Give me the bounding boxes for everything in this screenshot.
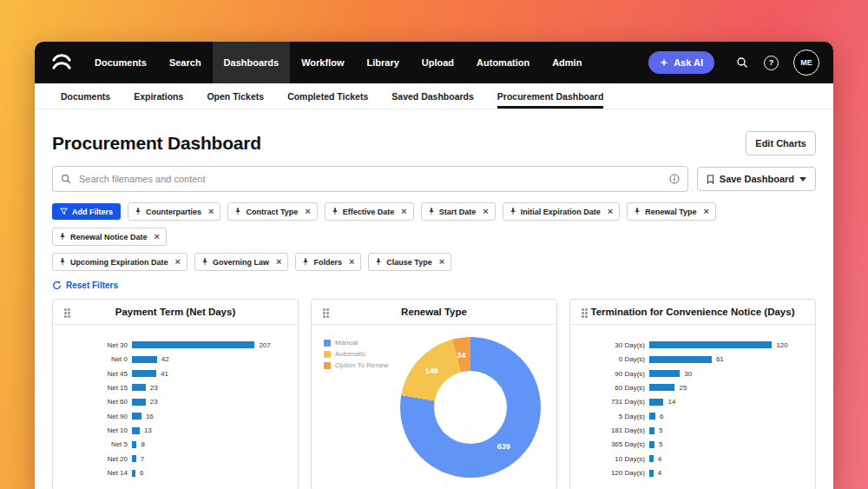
search-input[interactable] [77, 173, 663, 185]
bar[interactable] [649, 441, 654, 448]
nav-item-upload[interactable]: Upload [411, 42, 465, 83]
drag-handle-icon[interactable] [62, 307, 69, 312]
nav-item-search[interactable]: Search [158, 42, 213, 83]
bar[interactable] [649, 384, 674, 391]
nav-item-automation[interactable]: Automation [465, 42, 541, 83]
close-icon[interactable]: × [439, 257, 444, 267]
donut-ring[interactable] [400, 337, 541, 478]
bar-category-label: Net 15 [60, 384, 128, 392]
add-filters-button[interactable]: Add Filters [52, 203, 121, 220]
filter-chip-initial-expiration-date[interactable]: Initial Expiration Date× [503, 202, 620, 221]
close-icon[interactable]: × [305, 207, 310, 216]
bar[interactable] [132, 470, 135, 477]
bar[interactable] [132, 384, 146, 391]
legend-swatch [324, 362, 331, 369]
bar-track: 16 [132, 413, 287, 420]
bar-value-label: 42 [161, 355, 169, 363]
bar[interactable] [132, 455, 136, 462]
avatar[interactable]: ME [793, 50, 819, 76]
filter-chip-folders[interactable]: Folders× [295, 253, 361, 271]
tab-completed-tickets[interactable]: Completed Tickets [287, 83, 368, 109]
bar[interactable] [649, 399, 663, 406]
filter-chip-contract-type[interactable]: Contract Type× [227, 202, 317, 221]
edit-charts-button[interactable]: Edit Charts [746, 131, 816, 155]
bar[interactable] [649, 455, 654, 462]
bar[interactable] [649, 413, 655, 420]
bar-category-label: Net 10 [60, 426, 128, 434]
bar[interactable] [649, 356, 712, 363]
close-icon[interactable]: × [276, 257, 281, 267]
bar-value-label: 5 [659, 440, 662, 448]
bar-track: 6 [649, 413, 805, 420]
close-icon[interactable]: × [704, 207, 709, 216]
bar[interactable] [649, 427, 654, 434]
bar[interactable] [649, 470, 654, 477]
bar[interactable] [649, 370, 680, 377]
filter-chip-effective-date[interactable]: Effective Date× [325, 202, 414, 221]
close-icon[interactable]: × [208, 207, 214, 216]
filter-row-1: Add Filters Counterparties×Contract Type… [52, 202, 816, 246]
tab-saved-dashboards[interactable]: Saved Dashboards [391, 83, 474, 109]
info-icon[interactable] [669, 174, 680, 184]
tab-procurement-dashboard[interactable]: Procurement Dashboard [497, 83, 604, 109]
close-icon[interactable]: × [401, 207, 406, 216]
filter-chip-label: Governing Law [213, 258, 269, 267]
bar[interactable] [649, 341, 772, 348]
nav-item-documents[interactable]: Documents [83, 42, 158, 83]
bookmark-icon [707, 175, 714, 184]
ask-ai-button[interactable]: Ask AI [648, 51, 714, 74]
filter-chip-upcoming-expiration-date[interactable]: Upcoming Expiration Date× [52, 253, 187, 271]
reset-filters-link[interactable]: Reset Filters [52, 281, 118, 290]
brand-logo-icon[interactable] [49, 51, 75, 74]
bar-category-label: 90 Day(s) [577, 370, 645, 378]
bar[interactable] [132, 413, 141, 420]
nav-item-admin[interactable]: Admin [541, 42, 593, 83]
legend-item-option-to-renew[interactable]: Option To Renew [324, 361, 388, 369]
bar-track: 30 [649, 370, 805, 378]
bar-row: Net 58 [60, 438, 287, 452]
filter-chip-renewal-notice-date[interactable]: Renewal Notice Date× [52, 228, 167, 246]
nav-item-library[interactable]: Library [355, 42, 410, 83]
bar[interactable] [132, 341, 254, 348]
page-title: Procurement Dashboard [52, 133, 261, 154]
drag-handle-icon[interactable] [579, 307, 587, 312]
bar-track: 120 [649, 341, 805, 349]
drag-handle-icon[interactable] [320, 307, 328, 312]
reset-icon [52, 281, 62, 290]
bar[interactable] [132, 441, 136, 448]
tab-expirations[interactable]: Expirations [134, 83, 183, 109]
dashboard-tabbar: DocumentsExpirationsOpen TicketsComplete… [35, 83, 833, 109]
tab-open-tickets[interactable]: Open Tickets [207, 83, 264, 109]
close-icon[interactable]: × [608, 207, 613, 216]
pin-icon [634, 208, 641, 215]
filter-chip-clause-type[interactable]: Clause Type× [368, 253, 451, 271]
bar[interactable] [132, 427, 140, 434]
renewal-type-donut[interactable]: 63914934 [400, 337, 541, 478]
bar-value-label: 4 [658, 455, 661, 463]
close-icon[interactable]: × [155, 232, 160, 241]
save-dashboard-button[interactable]: Save Dashboard [697, 167, 816, 191]
bar[interactable] [132, 370, 156, 377]
nav-item-workflow[interactable]: Workflow [290, 42, 355, 83]
bar-row: 181 Day(s)5 [577, 423, 805, 437]
filter-chip-renewal-type[interactable]: Renewal Type× [627, 202, 716, 221]
legend-item-manual[interactable]: Manual [324, 339, 388, 347]
bar[interactable] [132, 399, 146, 406]
filter-chip-governing-law[interactable]: Governing Law× [194, 253, 288, 271]
bar-row: Net 9016 [60, 409, 287, 423]
bar-value-label: 5 [659, 426, 662, 434]
close-icon[interactable]: × [483, 207, 488, 216]
main-content: Procurement Dashboard Edit Charts Save D… [35, 131, 833, 489]
bar-value-label: 7 [141, 455, 144, 463]
close-icon[interactable]: × [175, 257, 181, 267]
help-icon[interactable]: ? [764, 56, 779, 70]
nav-item-dashboards[interactable]: Dashboards [213, 42, 291, 83]
chart-title: Renewal Type [312, 300, 556, 325]
legend-item-automatic[interactable]: Automatic [324, 350, 388, 358]
close-icon[interactable]: × [349, 257, 354, 267]
tab-documents[interactable]: Documents [61, 83, 110, 109]
filter-chip-counterparties[interactable]: Counterparties× [128, 202, 220, 221]
filter-chip-start-date[interactable]: Start Date× [421, 202, 496, 221]
bar[interactable] [132, 356, 157, 363]
search-icon[interactable] [736, 56, 748, 69]
